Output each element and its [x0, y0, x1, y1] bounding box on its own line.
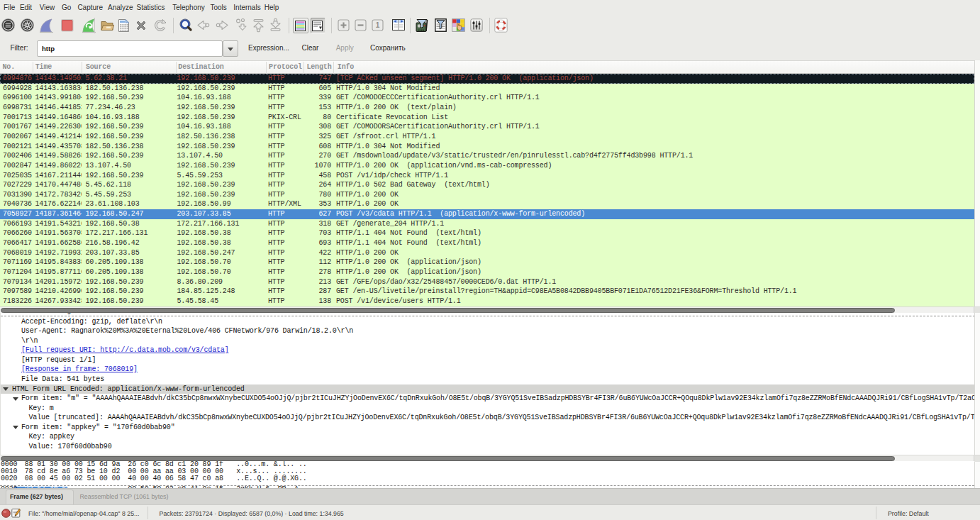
svg-text:1: 1: [376, 21, 380, 29]
